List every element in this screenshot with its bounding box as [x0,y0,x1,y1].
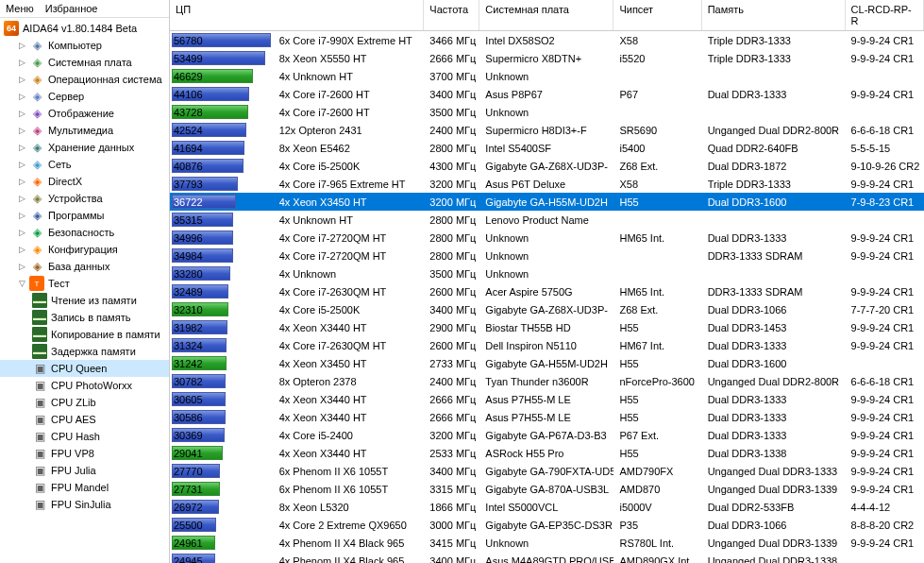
tim-cell: 9-9-9-24 CR1 [846,537,924,549]
expander-icon[interactable]: ▷ [17,160,27,170]
cpu-cell: 8x Opteron 2378 [274,376,425,387]
tree-item-запись-в-память[interactable]: ▬▬Запись в память [0,309,169,326]
tree-item-база-данных[interactable]: ▷◈База данных [0,258,169,275]
tree-label: Задержка памяти [51,346,136,357]
table-row[interactable]: 30369 4x Core i5-2400 3200 МГц Gigabyte … [170,426,924,444]
tree-item-программы[interactable]: ▷◈Программы [0,207,169,224]
tree-item-fpu-sinjulia[interactable]: ▣FPU SinJulia [0,496,169,513]
table-row[interactable]: 30782 8x Opteron 2378 2400 МГц Tyan Thun… [170,372,924,390]
expander-icon[interactable]: ▷ [17,194,27,204]
table-row[interactable]: 31982 4x Xeon X3440 HT 2900 МГц Biostar … [170,318,924,336]
expander-icon[interactable]: ▷ [17,41,27,51]
tree-item-задержка-памяти[interactable]: ▬▬Задержка памяти [0,343,169,360]
mb-cell: Lenovo Product Name [479,214,613,226]
tree-item-cpu-aes[interactable]: ▣CPU AES [0,411,169,428]
tree-label: Копирование в памяти [51,329,160,340]
tree-item-тест[interactable]: ▽TТест [0,275,169,292]
cpu-cell: 4x Unknown HT [274,214,425,226]
table-row[interactable]: 35315 4x Unknown HT 2800 МГц Lenovo Prod… [170,211,924,229]
table-row[interactable]: 36722 4x Xeon X3450 HT 3200 МГц Gigabyte… [170,193,924,211]
tree-item-fpu-julia[interactable]: ▣FPU Julia [0,462,169,479]
table-row[interactable]: 46629 4x Unknown HT 3700 МГц Unknown [170,67,924,85]
tree-label: FPU Julia [51,465,96,476]
mb-cell: Unknown [479,232,613,244]
tree-item-копирование-в-памяти[interactable]: ▬▬Копирование в памяти [0,326,169,343]
table-row[interactable]: 40876 4x Core i5-2500K 4300 МГц Gigabyte… [170,157,924,175]
col-freq[interactable]: Частота [424,0,479,30]
expander-icon[interactable]: ▷ [17,262,27,272]
tree-item-cpu-photoworxx[interactable]: ▣CPU PhotoWorxx [0,377,169,394]
expander-icon[interactable]: ▷ [17,109,27,119]
table-row[interactable]: 41694 8x Xeon E5462 2800 МГц Intel S5400… [170,139,924,157]
table-row[interactable]: 32489 4x Core i7-2630QM HT 2600 МГц Acer… [170,282,924,300]
table-row[interactable]: 25500 4x Core 2 Extreme QX9650 3000 МГц … [170,516,924,534]
expander-icon[interactable]: ▷ [17,245,27,255]
table-row[interactable]: 33280 4x Unknown 3500 МГц Unknown [170,264,924,282]
table-row[interactable]: 53499 8x Xeon X5550 HT 2666 МГц Supermic… [170,49,924,67]
expander-icon[interactable]: ▷ [17,75,27,85]
tree-item-чтение-из-памяти[interactable]: ▬▬Чтение из памяти [0,292,169,309]
col-mem[interactable]: Память [702,0,846,30]
col-chip[interactable]: Чипсет [613,0,701,30]
table-row[interactable]: 30586 4x Xeon X3440 HT 2666 МГц Asus P7H… [170,408,924,426]
table-row[interactable]: 32310 4x Core i5-2500K 3400 МГц Gigabyte… [170,300,924,318]
table-row[interactable]: 27731 6x Phenom II X6 1055T 3315 МГц Gig… [170,480,924,498]
table-row[interactable]: 24961 4x Phenom II X4 Black 965 3415 МГц… [170,534,924,552]
tree-item-cpu-zlib[interactable]: ▣CPU ZLib [0,394,169,411]
expander-icon[interactable]: ▷ [17,211,27,221]
tree-item-компьютер[interactable]: ▷◈Компьютер [0,37,169,54]
expander-icon[interactable]: ▷ [17,126,27,136]
expander-icon[interactable]: ▷ [17,143,27,153]
tree-item-устройства[interactable]: ▷◈Устройства [0,190,169,207]
table-row[interactable]: 43728 4x Core i7-2600 HT 3500 МГц Unknow… [170,103,924,121]
tree-item-хранение-данных[interactable]: ▷◈Хранение данных [0,139,169,156]
table-row[interactable]: 29041 4x Xeon X3440 HT 2533 МГц ASRock H… [170,444,924,462]
tree-item-сервер[interactable]: ▷◈Сервер [0,88,169,105]
expander-icon[interactable]: ▷ [17,58,27,68]
col-cpu[interactable]: ЦП [170,0,424,30]
app-root[interactable]: 64 AIDA64 v1.80.1484 Beta [0,20,169,37]
score-value: 31242 [174,358,203,369]
table-row[interactable]: 31324 4x Core i7-2630QM HT 2600 МГц Dell… [170,336,924,354]
table-row[interactable]: 31242 4x Xeon X3450 HT 2733 МГц Gigabyte… [170,354,924,372]
cpu-cell: 4x Unknown HT [274,71,425,82]
table-row[interactable]: 34996 4x Core i7-2720QM HT 2800 МГц Unkn… [170,229,924,247]
expander-icon[interactable]: ▷ [17,177,27,187]
tree-item-fpu-vp8[interactable]: ▣FPU VP8 [0,445,169,462]
mem-cell: Unganged Dual DDR3-1339 [702,484,846,495]
tree-item-конфигурация[interactable]: ▷◈Конфигурация [0,241,169,258]
table-row[interactable]: 24945 4x Phenom II X4 Black 965 3400 МГц… [170,552,924,563]
tree-label: Безопасность [48,227,114,238]
tree-item-безопасность[interactable]: ▷◈Безопасность [0,224,169,241]
mem-cell: Dual DDR3-1872 [702,161,846,172]
table-row[interactable]: 26972 8x Xeon L5320 1866 МГц Intel S5000… [170,498,924,516]
expander-icon[interactable]: ▷ [17,228,27,238]
table-row[interactable]: 27770 6x Phenom II X6 1055T 3400 МГц Gig… [170,462,924,480]
menu-item-favorites[interactable]: Избранное [45,3,98,14]
mem-cell: Dual DDR3-1333 [702,232,846,244]
app-title: AIDA64 v1.80.1484 Beta [23,23,137,34]
score-bar-cell: 34996 [170,229,274,247]
expander-icon[interactable]: ▽ [17,279,27,289]
table-row[interactable]: 42524 12x Opteron 2431 2400 МГц Supermic… [170,121,924,139]
score-value: 26972 [174,502,203,513]
menu-item-menu[interactable]: Меню [6,3,34,14]
col-tim[interactable]: CL-RCD-RP-R [846,0,924,30]
tree-item-fpu-mandel[interactable]: ▣FPU Mandel [0,479,169,496]
tree-item-directx[interactable]: ▷◈DirectX [0,173,169,190]
col-mb[interactable]: Системная плата [479,0,613,30]
table-row[interactable]: 34984 4x Core i7-2720QM HT 2800 МГц Unkn… [170,247,924,264]
table-row[interactable]: 56780 6x Core i7-990X Extreme HT 3466 МГ… [170,31,924,49]
tree-item-cpu-hash[interactable]: ▣CPU Hash [0,428,169,445]
tree-item-операционная-система[interactable]: ▷◈Операционная система [0,71,169,88]
table-row[interactable]: 37793 4x Core i7-965 Extreme HT 3200 МГц… [170,175,924,193]
tree-item-cpu-queen[interactable]: ▣CPU Queen [0,360,169,377]
tree-item-сеть[interactable]: ▷◈Сеть [0,156,169,173]
expander-icon[interactable]: ▷ [17,92,27,102]
tree-item-системная-плата[interactable]: ▷◈Системная плата [0,54,169,71]
table-row[interactable]: 44106 4x Core i7-2600 HT 3400 МГц Asus P… [170,85,924,103]
tree-item-отображение[interactable]: ▷◈Отображение [0,105,169,122]
tree-item-мультимедиа[interactable]: ▷◈Мультимедиа [0,122,169,139]
grid-header: ЦП Частота Системная плата Чипсет Память… [170,0,924,31]
table-row[interactable]: 30605 4x Xeon X3440 HT 2666 МГц Asus P7H… [170,390,924,408]
